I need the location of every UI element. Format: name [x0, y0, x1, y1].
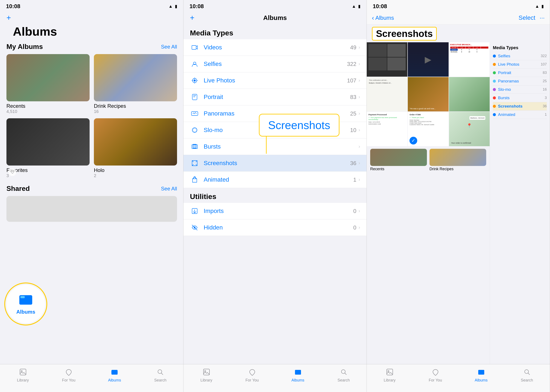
tab-library-2[interactable]: Library — [184, 367, 229, 383]
more-button-3[interactable]: ··· — [540, 14, 545, 21]
videos-count: 49 — [350, 44, 357, 51]
sidebar-livephotos-count: 107 — [541, 62, 547, 67]
tab-label-search-1: Search — [154, 378, 166, 383]
photo-cell-9[interactable]: Marlboro, Vermont Your order is confirme… — [449, 112, 490, 146]
sidebar-portrait-count: 83 — [543, 71, 547, 75]
back-arrow-icon: ‹ — [372, 14, 374, 21]
album-item-recents[interactable]: Recents 4,510 — [7, 54, 90, 114]
photo-cell-6[interactable] — [449, 77, 490, 112]
second-photo-row: This notification will tell... Bullpen, … — [367, 77, 490, 112]
sidebar-row-selfies[interactable]: Selfies 322 — [493, 52, 547, 60]
bottom-album-row: Recents Drink Recipes — [367, 147, 490, 174]
tab-library-3[interactable]: Library — [367, 367, 413, 383]
screenshots-tooltip-text: Screenshots — [268, 119, 330, 131]
select-button-3[interactable]: Select — [519, 14, 536, 21]
photo-cell-5[interactable]: "He was a good cat and now... — [408, 77, 448, 112]
photo-cell-8[interactable]: Order #7390 ✓ Thank you Sam! Order Numbe… — [408, 112, 448, 146]
imports-count: 0 — [353, 208, 356, 214]
sidebar-row-bursts[interactable]: Bursts 3 — [493, 94, 547, 102]
sidebar-row-livephotos[interactable]: Live Photos 107 — [493, 60, 547, 69]
tab-library-1[interactable]: Library — [0, 367, 46, 383]
photo-cell-1[interactable] — [367, 42, 407, 77]
shared-albums-title: Shared — [7, 185, 30, 193]
album-name-holo: Holo — [94, 167, 177, 173]
wifi-icon-2: ▲ — [352, 4, 356, 9]
media-types-section-title: Media Types — [184, 24, 366, 39]
menu-row-screenshots[interactable]: Screenshots 36 › — [184, 155, 366, 172]
albums-icon-3 — [477, 367, 486, 377]
panel-1: 10:08 ▲ ▮ + Albums My Albums See All Rec… — [0, 0, 184, 392]
tab-albums-1[interactable]: Albums — [92, 367, 137, 383]
panel3-main: ▶ EXECUTIVE BRANCH... TRUMP 1.8 8.9 2.4 — [367, 42, 490, 392]
library-icon-1 — [18, 367, 28, 377]
livephotos-icon — [190, 76, 199, 85]
sidebar-bursts-label: Bursts — [498, 96, 545, 100]
sidebar-screenshots-count: 36 — [543, 104, 547, 108]
panel-2: 10:08 ▲ ▮ + Albums Media Types Videos 49… — [184, 0, 367, 392]
tab-search-2[interactable]: Search — [321, 367, 366, 383]
menu-row-hidden[interactable]: Hidden 0 › — [184, 219, 366, 236]
tab-foryou-1[interactable]: For You — [46, 367, 92, 383]
menu-row-portrait[interactable]: Portrait 83 › — [184, 89, 366, 105]
menu-row-bursts[interactable]: Bursts › — [184, 139, 366, 155]
panel3-content: ▶ EXECUTIVE BRANCH... TRUMP 1.8 8.9 2.4 — [367, 42, 550, 392]
search-icon-2 — [339, 367, 349, 377]
sidebar-row-slomo[interactable]: Slo-mo 16 — [493, 85, 547, 94]
shared-albums-see-all[interactable]: See All — [161, 186, 177, 192]
albums-circle-label: Albums — [16, 309, 35, 315]
nav-add-button-2[interactable]: + — [190, 13, 194, 22]
album-item-holo[interactable]: Holo 2 — [94, 118, 177, 178]
livephotos-dot — [493, 63, 496, 66]
tab-foryou-3[interactable]: For You — [413, 367, 458, 383]
back-button-3[interactable]: ‹ Albums — [372, 14, 394, 21]
menu-row-livephotos[interactable]: Live Photos 107 › — [184, 72, 366, 89]
add-button-1[interactable]: + — [7, 13, 11, 22]
status-time-1: 10:08 — [6, 3, 20, 10]
svg-rect-27 — [478, 370, 484, 375]
photo-cell-3[interactable]: EXECUTIVE BRANCH... TRUMP 1.8 8.9 2.4 OB… — [449, 42, 490, 77]
tab-albums-3[interactable]: Albums — [458, 367, 504, 383]
foryou-icon-1 — [64, 367, 73, 377]
videos-icon — [190, 43, 199, 52]
sidebar-row-screenshots-active[interactable]: Screenshots 36 — [493, 102, 547, 111]
menu-row-selfies[interactable]: Selfies 322 › — [184, 56, 366, 72]
tab-foryou-2[interactable]: For You — [229, 367, 275, 383]
tab-label-library-2: Library — [200, 378, 212, 383]
tab-label-search-2: Search — [337, 378, 350, 383]
slomo-count: 10 — [350, 127, 357, 133]
sidebar-row-panoramas[interactable]: Panoramas 25 — [493, 77, 547, 85]
menu-row-animated[interactable]: Animated 1 › — [184, 172, 366, 188]
panoramas-count: 25 — [350, 110, 357, 117]
tab-label-foryou-2: For You — [245, 378, 259, 383]
tab-label-albums-2: Albums — [291, 378, 304, 383]
nav-title-2: Albums — [263, 14, 287, 21]
sidebar-section-title: Media Types — [493, 45, 547, 50]
bottom-album-drink[interactable]: Drink Recipes — [429, 149, 486, 171]
sidebar-slomo-label: Slo-mo — [498, 87, 543, 92]
photo-cell-2[interactable]: ▶ — [408, 42, 448, 77]
my-albums-see-all[interactable]: See All — [161, 44, 177, 50]
status-icons-1: ▲ ▮ — [168, 4, 177, 9]
sidebar-row-animated[interactable]: Animated 1 — [493, 111, 547, 119]
tab-search-3[interactable]: Search — [504, 367, 550, 383]
bottom-album-recents[interactable]: Recents — [370, 149, 427, 171]
hidden-chevron: › — [358, 225, 360, 230]
menu-row-videos[interactable]: Videos 49 › — [184, 39, 366, 56]
menu-row-imports[interactable]: Imports 0 › — [184, 203, 366, 219]
photo-cell-7[interactable]: Payment Processed ✓ Your payment has bee… — [367, 112, 407, 146]
tab-albums-2[interactable]: Albums — [275, 367, 321, 383]
album-item-drink[interactable]: Drink Recipes 16 — [94, 54, 177, 114]
tab-label-search-3: Search — [521, 378, 533, 383]
sidebar-section: Media Types Selfies 322 Live Photos 107 … — [490, 42, 550, 120]
bottom-drink-label: Drink Recipes — [429, 167, 486, 171]
photo-cell-4[interactable]: This notification will tell... Bullpen, … — [367, 77, 407, 112]
svg-rect-21 — [203, 369, 209, 375]
sidebar-row-portrait[interactable]: Portrait 83 — [493, 69, 547, 77]
album-item-favorites[interactable]: ♡ Favorites 3 — [7, 118, 90, 178]
shared-album-thumb — [7, 196, 177, 222]
sidebar-animated-count: 1 — [545, 112, 547, 117]
sidebar-livephotos-label: Live Photos — [498, 62, 541, 67]
svg-point-26 — [388, 371, 389, 372]
screenshots-label: Screenshots — [204, 160, 350, 167]
tab-search-1[interactable]: Search — [137, 367, 183, 383]
